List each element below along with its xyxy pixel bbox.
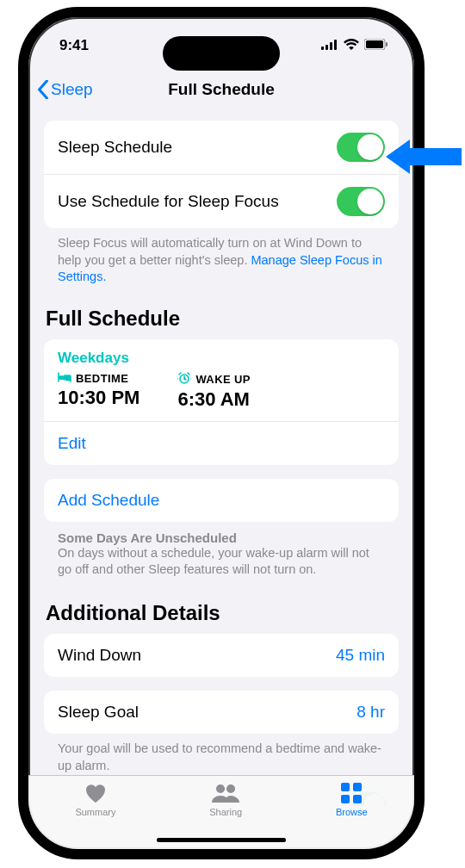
svg-point-9: [226, 784, 235, 793]
svg-rect-6: [386, 42, 388, 46]
alarm-icon: [177, 372, 191, 387]
sleep-schedule-toggle[interactable]: [337, 133, 385, 162]
svg-rect-1: [326, 45, 328, 50]
use-schedule-label: Use Schedule for Sleep Focus: [58, 192, 337, 211]
content-area: Sleep Schedule Use Schedule for Sleep Fo…: [28, 108, 414, 806]
use-schedule-toggle[interactable]: [337, 187, 385, 216]
full-schedule-header: Full Schedule: [46, 307, 397, 331]
unscheduled-body: On days without a schedule, your wake-up…: [44, 545, 399, 581]
svg-rect-13: [353, 795, 362, 803]
svg-rect-2: [330, 42, 332, 50]
sleep-schedule-row: Sleep Schedule: [44, 121, 399, 174]
unscheduled-title: Some Days Are Unscheduled: [44, 522, 399, 545]
additional-details-header: Additional Details: [46, 601, 397, 625]
sleep-goal-label: Sleep Goal: [58, 703, 356, 722]
callout-arrow: [386, 136, 462, 181]
heart-icon: [84, 781, 107, 805]
wind-down-row[interactable]: Wind Down 45 min: [44, 634, 399, 677]
grid-icon: [341, 781, 362, 805]
add-schedule-button[interactable]: Add Schedule: [44, 479, 399, 522]
schedule-period: Weekdays: [44, 339, 399, 372]
sleep-toggles-card: Sleep Schedule Use Schedule for Sleep Fo…: [44, 121, 399, 228]
svg-rect-11: [353, 783, 362, 791]
status-time: 9:41: [59, 37, 89, 54]
bedtime-column: BEDTIME 10:30 PM: [58, 372, 140, 411]
bedtime-value: 10:30 PM: [58, 387, 140, 409]
sleep-goal-value: 8 hr: [356, 703, 385, 722]
edit-schedule-button[interactable]: Edit: [44, 421, 399, 465]
bedtime-label: BEDTIME: [76, 372, 128, 385]
sleep-goal-note: Your goal will be used to recommend a be…: [44, 734, 399, 774]
dynamic-island: [163, 36, 280, 71]
bed-icon: [58, 372, 71, 385]
svg-rect-0: [321, 46, 324, 50]
wind-down-value: 45 min: [336, 646, 385, 665]
back-label: Sleep: [51, 80, 93, 99]
svg-rect-12: [341, 795, 350, 803]
svg-point-8: [216, 784, 225, 793]
cellular-icon: [321, 37, 338, 54]
wakeup-label: WAKE UP: [195, 373, 250, 386]
wakeup-column: WAKE UP 6:30 AM: [177, 372, 250, 411]
wifi-icon: [344, 37, 359, 54]
add-schedule-card: Add Schedule: [44, 479, 399, 522]
wind-down-label: Wind Down: [58, 646, 336, 665]
people-icon: [212, 781, 239, 805]
sleep-goal-row[interactable]: Sleep Goal 8 hr: [44, 691, 399, 734]
schedule-times: BEDTIME 10:30 PM WAKE UP 6:30 AM: [44, 372, 399, 421]
home-indicator[interactable]: [157, 838, 286, 842]
sleep-focus-note: Sleep Focus will automatically turn on a…: [44, 228, 399, 286]
nav-bar: Sleep Full Schedule: [28, 71, 414, 108]
wakeup-value: 6:30 AM: [177, 388, 250, 411]
back-button[interactable]: Sleep: [37, 80, 93, 99]
battery-icon: [364, 37, 388, 54]
schedule-card: Weekdays BEDTIME 10:30 PM: [44, 339, 399, 465]
svg-rect-10: [341, 783, 350, 791]
sleep-goal-card: Sleep Goal 8 hr: [44, 691, 399, 734]
tab-browse[interactable]: Browse: [336, 781, 368, 849]
sleep-schedule-label: Sleep Schedule: [58, 138, 337, 157]
svg-rect-3: [334, 40, 337, 50]
device-frame: 9:41 Sleep Full Schedule Sleep Schedule: [18, 7, 425, 859]
tab-summary[interactable]: Summary: [75, 781, 115, 849]
tab-summary-label: Summary: [75, 807, 115, 817]
tab-sharing-label: Sharing: [209, 807, 242, 817]
svg-rect-5: [366, 40, 383, 48]
use-schedule-row: Use Schedule for Sleep Focus: [44, 174, 399, 228]
tab-browse-label: Browse: [336, 807, 368, 817]
wind-down-card: Wind Down 45 min: [44, 634, 399, 677]
chevron-left-icon: [37, 80, 49, 99]
